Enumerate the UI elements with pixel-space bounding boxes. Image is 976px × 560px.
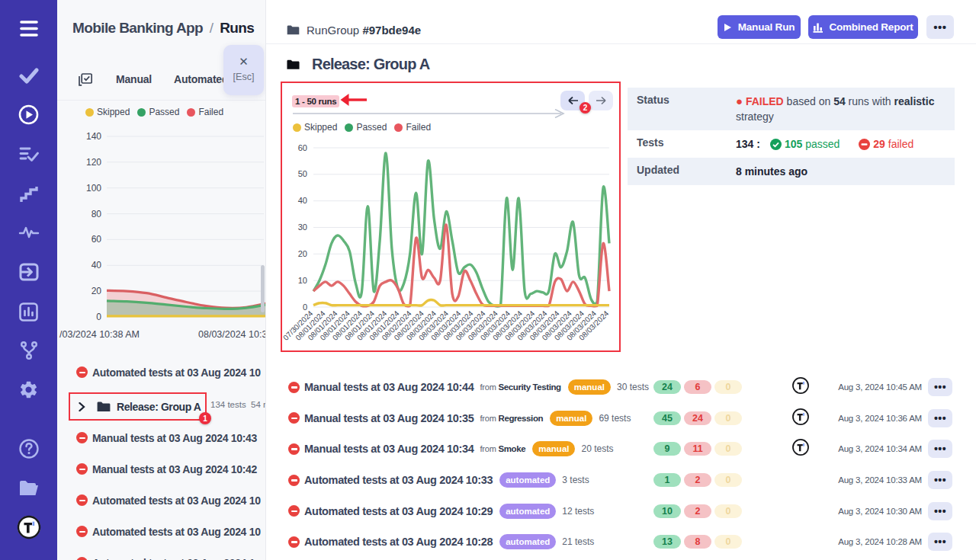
svg-text:30: 30 <box>298 222 307 232</box>
svg-text:20: 20 <box>298 249 307 258</box>
svg-text:10: 10 <box>298 276 307 285</box>
svg-text:08/03/2024 10:39: 08/03/2024 10:39 <box>198 329 266 340</box>
svg-text:40: 40 <box>92 260 102 270</box>
svg-text:140: 140 <box>86 131 101 142</box>
svg-text:120: 120 <box>86 157 101 168</box>
svg-text:80: 80 <box>92 209 102 219</box>
svg-text:60: 60 <box>298 143 307 152</box>
svg-text:40: 40 <box>298 196 307 205</box>
svg-text:60: 60 <box>92 234 102 245</box>
svg-text:100: 100 <box>86 183 101 194</box>
svg-text:0: 0 <box>96 312 101 322</box>
svg-text:/03/2024 10:38 AM: /03/2024 10:38 AM <box>59 329 140 340</box>
svg-text:50: 50 <box>298 169 307 178</box>
svg-text:0: 0 <box>303 302 307 312</box>
svg-text:20: 20 <box>92 286 102 296</box>
